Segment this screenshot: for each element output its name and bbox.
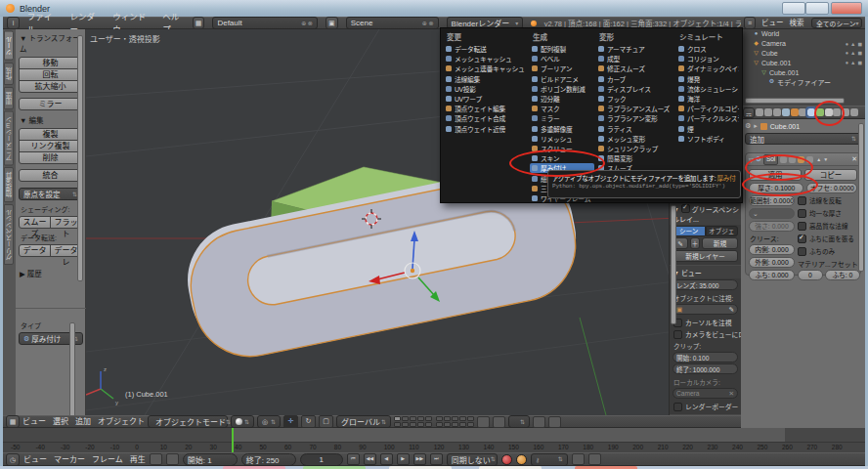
frame-dropdown-icon[interactable] — [166, 453, 179, 465]
gp-new-layer-button[interactable]: 新規レイヤー — [673, 250, 738, 262]
eye-toggle-icon[interactable]: ● — [846, 50, 848, 56]
clip-end-field[interactable]: 終了: 1000.000 — [673, 363, 738, 374]
scene-select[interactable]: Scene⊕ ⊗ — [346, 17, 439, 29]
outliner-row[interactable]: ●World — [741, 29, 865, 39]
timeline-menu-item[interactable]: マーカー — [54, 453, 85, 466]
layer-button[interactable] — [459, 422, 466, 427]
menu-item[interactable]: リメッシュ — [530, 134, 594, 144]
pivot-select[interactable]: ◎⇅ — [257, 415, 281, 428]
layer-button[interactable] — [436, 422, 443, 427]
outliner-row[interactable]: ▽Cube.001●▲◼ — [741, 58, 865, 67]
mirror-button[interactable]: ミラー — [19, 98, 82, 110]
eyedropper-icon[interactable]: ✎ — [728, 306, 734, 314]
toolshelf-scrollbar[interactable] — [77, 35, 83, 281]
layer-button[interactable] — [417, 416, 424, 421]
material-icon[interactable] — [825, 108, 833, 116]
render-toggle-icon[interactable]: ◼ — [857, 50, 862, 56]
lock-object-field[interactable]: ▣✎ — [673, 304, 738, 315]
material-offset-field[interactable]: 0 — [798, 270, 823, 280]
cage-toggle-icon[interactable] — [806, 156, 813, 163]
layer-button[interactable] — [417, 422, 424, 427]
material-rim-field[interactable]: ふち: 0 — [825, 270, 860, 280]
join-button[interactable]: 統合 — [19, 169, 82, 182]
menu-item[interactable]: 簡易変形 — [596, 153, 674, 163]
constraint-icon[interactable] — [799, 108, 806, 116]
data-icon[interactable] — [816, 108, 824, 116]
manipulator-scale-button[interactable]: ▢ — [319, 415, 333, 428]
layer-button[interactable] — [410, 416, 416, 421]
timeline-menu-item[interactable]: フレーム — [92, 453, 123, 466]
menu-item[interactable]: 頂点ウェイト編集 — [444, 104, 528, 113]
transform-button[interactable]: 拡大縮小 — [19, 80, 82, 93]
world-icon[interactable] — [782, 108, 790, 116]
render-toggle-icon[interactable]: ◼ — [857, 41, 862, 47]
data-transfer-button[interactable]: データ — [19, 244, 51, 257]
prev-keyframe-button[interactable]: ◀◀ — [364, 453, 376, 465]
clear-icon[interactable]: ✕ — [728, 390, 734, 398]
delete-keyframe-icon[interactable] — [588, 453, 601, 465]
layer-button[interactable] — [444, 416, 451, 421]
menu-item[interactable]: シュリンクラップ — [596, 144, 674, 153]
editor-type-icon[interactable]: i — [7, 17, 20, 29]
opengl-render-anim-icon[interactable] — [548, 416, 561, 428]
menu-item[interactable]: 修正スムーズ — [596, 64, 674, 73]
orientation-select[interactable]: グローバル⇅ — [336, 415, 391, 428]
menu-item[interactable]: ブーリアン — [530, 64, 594, 73]
menu-item[interactable]: パーティクルコピー — [676, 104, 739, 113]
move-up-icon[interactable]: ▲ — [816, 156, 821, 162]
layer-button[interactable] — [394, 422, 401, 427]
rim-only-checkbox[interactable] — [798, 247, 806, 256]
flip-normals-checkbox[interactable] — [798, 196, 806, 205]
manipulator-translate-button[interactable]: ✛ — [283, 415, 298, 428]
timeline-track[interactable] — [3, 428, 865, 442]
menu-item[interactable]: 爆発 — [676, 74, 739, 84]
keying-set-icon[interactable] — [516, 454, 527, 465]
render-border-checkbox[interactable] — [673, 403, 682, 411]
select-toggle-icon[interactable]: ▲ — [850, 41, 855, 47]
toolshelf-tab-4[interactable]: アニメーション — [4, 111, 14, 166]
keying-set-field[interactable]: ⚷⇅ — [531, 453, 568, 466]
menu-item[interactable]: ダイナミックペイント — [676, 64, 739, 73]
panel-header-history[interactable]: ▶ 履歴 — [16, 265, 85, 280]
minimize-button[interactable] — [782, 2, 805, 15]
viewport-menu-item[interactable]: 選択 — [53, 415, 68, 428]
render-icon[interactable] — [756, 108, 763, 116]
menu-item[interactable]: ラプラシアンスムーズ — [596, 104, 674, 113]
viewport-menu-item[interactable]: オブジェクト — [98, 415, 145, 428]
lock-icon[interactable] — [477, 416, 490, 428]
menu-item[interactable]: ラプラシアン変形 — [596, 113, 674, 123]
menu-item[interactable]: スクリュー — [530, 144, 594, 153]
eye-toggle-icon[interactable]: ● — [846, 41, 848, 47]
outliner-filter-select[interactable]: 全てのシーン▾ — [811, 18, 862, 28]
render-toggle-icon[interactable]: ◼ — [857, 60, 862, 65]
vertex-group-field[interactable]: ⌄ — [749, 208, 795, 219]
toolshelf-tab-1[interactable]: ツール — [4, 31, 14, 61]
move-down-icon[interactable]: ▼ — [823, 156, 828, 162]
layer-button[interactable] — [467, 422, 474, 427]
scene-icon[interactable]: ▣ — [326, 17, 338, 29]
particle-icon[interactable] — [842, 108, 849, 116]
scene-icon[interactable] — [773, 108, 781, 116]
layer-button[interactable] — [467, 416, 474, 421]
select-toggle-icon[interactable]: ▲ — [850, 50, 855, 56]
texture-icon[interactable] — [833, 108, 841, 116]
npanel-scrollbar[interactable] — [671, 205, 676, 324]
expand-icon[interactable]: ▽ — [749, 156, 754, 163]
current-frame-field[interactable]: 1 — [300, 453, 343, 466]
gp-tab-scene[interactable]: シーン — [673, 226, 706, 236]
menu-item[interactable]: ミラー — [530, 113, 594, 123]
factor-field[interactable]: 強さ: 0.000 — [749, 221, 795, 232]
layer-button[interactable] — [436, 416, 443, 421]
menu-item[interactable]: メッシュキャッシュ — [444, 54, 528, 64]
menu-item[interactable]: 成型 — [596, 54, 674, 64]
menu-item[interactable]: ベベル — [530, 54, 594, 64]
record-button[interactable] — [501, 454, 512, 465]
menu-item[interactable]: UVワープ — [444, 94, 528, 104]
menu-item[interactable]: データ転送 — [444, 44, 528, 54]
menu-item[interactable]: ソフトボディ — [676, 134, 739, 144]
properties-scrollbar[interactable] — [858, 123, 864, 272]
shading-button[interactable]: スムーズ — [19, 216, 51, 229]
menu-item[interactable]: メッシュ変形 — [596, 134, 674, 144]
play-reverse-button[interactable]: ◀ — [380, 453, 393, 465]
edit-mode-toggle-icon[interactable] — [798, 156, 804, 163]
